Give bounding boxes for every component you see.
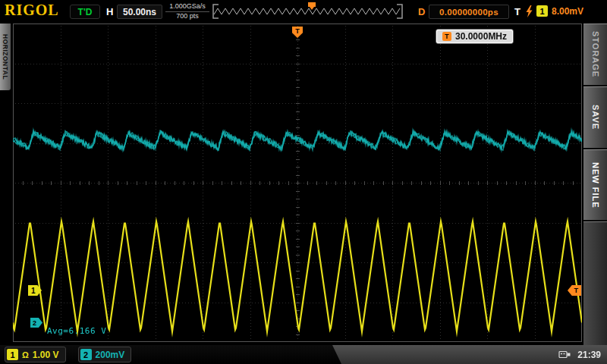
timebase-readout: 50.00ns	[117, 5, 162, 19]
horizontal-menu-tab[interactable]: HORIZONTAL	[0, 24, 11, 90]
horizontal-menu-tab-label: HORIZONTAL	[2, 34, 9, 80]
usb-icon	[558, 350, 572, 359]
menu-filler	[583, 221, 607, 345]
memory-waveform-zigzag	[214, 8, 400, 14]
menu-item-new-file[interactable]: NEW FILE	[583, 149, 607, 221]
ch2-number: 2	[80, 349, 92, 360]
memory-position-indicator	[211, 2, 404, 21]
rigol-logo: RIGOL	[5, 2, 59, 19]
frequency-counter: T 30.0000MHz	[436, 30, 513, 43]
average-measurement: Avg=6.166 V	[47, 326, 106, 336]
acquisition-info: 1.000GSa/s 700 pts	[165, 2, 209, 20]
menu-item-storage[interactable]: STORAGE	[583, 24, 607, 86]
trigger-label: T	[514, 6, 521, 17]
clock-time: 21:39	[577, 350, 601, 360]
soft-menu: STORAGE SAVE NEW FILE	[583, 24, 607, 345]
ch2-scale: 200mV	[96, 350, 125, 360]
trigger-source-badge: 1	[536, 5, 548, 17]
delay-label: D	[418, 6, 425, 17]
trigger-position-marker-label: T	[295, 27, 300, 38]
clock: 21:39	[558, 345, 601, 364]
trigger-edge-icon	[525, 5, 533, 17]
menu-item-save[interactable]: SAVE	[583, 86, 607, 149]
sample-rate: 1.000GSa/s	[165, 2, 209, 12]
horizontal-label: H	[106, 6, 113, 17]
channel-strip: 1 Ω 1.00 V 2 200mV	[0, 345, 343, 364]
ch2-status-badge[interactable]: 2 200mV	[78, 347, 132, 362]
trigger-status-badge: T'D	[70, 5, 100, 19]
trigger-level-readout: 8.00mV	[552, 6, 583, 17]
waveform-display: T T 30.0000MHz 1 2 T Avg=6.166 V	[13, 24, 582, 342]
graticule-canvas	[13, 24, 582, 342]
frequency-counter-value: 30.0000MHz	[455, 31, 507, 42]
ch1-scale: 1.00 V	[33, 350, 59, 360]
ch1-coupling-icon: Ω	[22, 350, 29, 359]
delay-readout: 0.00000000ps	[429, 5, 509, 19]
top-status-bar: RIGOL T'D H 50.00ns 1.000GSa/s 700 pts D…	[0, 0, 607, 23]
trigger-level-marker-label: T	[574, 287, 579, 294]
frequency-counter-trigger-icon: T	[442, 32, 451, 41]
ch1-position-marker-label: 1	[31, 287, 36, 295]
ch1-status-badge[interactable]: 1 Ω 1.00 V	[5, 347, 66, 362]
ch2-position-marker-label: 2	[33, 319, 36, 327]
bottom-status-bar: 1 Ω 1.00 V 2 200mV 21:39	[0, 345, 607, 364]
memory-depth: 700 pts	[165, 12, 209, 20]
ch1-number: 1	[7, 349, 18, 360]
